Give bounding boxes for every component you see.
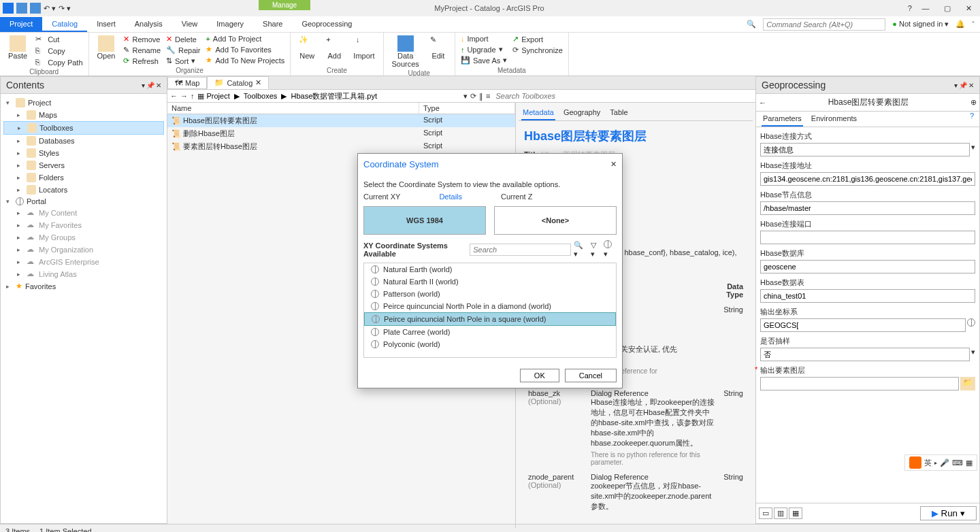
current-z-box[interactable]: <None>: [494, 206, 617, 235]
tree-item[interactable]: ▸Toolboxes: [3, 121, 164, 135]
browse-icon[interactable]: 📁: [960, 377, 975, 390]
sort-button[interactable]: ⇅Sort ▾: [165, 56, 201, 66]
cs-search[interactable]: [470, 244, 571, 256]
gp-input[interactable]: [760, 201, 975, 215]
close-button[interactable]: ✕: [961, 1, 977, 15]
open-icon[interactable]: [30, 3, 41, 14]
pin-icon[interactable]: 📌: [146, 82, 154, 89]
details-link[interactable]: Details: [439, 193, 462, 201]
new-button[interactable]: ✨New: [295, 34, 319, 61]
gp-input[interactable]: [760, 260, 975, 273]
save-icon[interactable]: [16, 3, 27, 14]
copy-path-button[interactable]: ⎘Copy Path: [34, 57, 84, 68]
tab-geoprocessing[interactable]: Geoprocessing: [292, 17, 361, 32]
meta-upgrade-button[interactable]: ↑Upgrade ▾: [459, 44, 508, 54]
current-xy-box[interactable]: WGS 1984: [363, 206, 486, 235]
meta-tab-geography[interactable]: Geography: [562, 105, 602, 120]
autohide-icon[interactable]: ▾: [954, 82, 958, 89]
breadcrumb[interactable]: [207, 92, 461, 100]
meta-saveas-button[interactable]: 💾Save As ▾: [459, 55, 508, 65]
undo-icon[interactable]: ↶ ▾: [44, 4, 56, 13]
cs-item[interactable]: Plate Carree (world): [364, 326, 616, 338]
tab-catalog[interactable]: Catalog: [42, 17, 87, 32]
close-tab-icon[interactable]: ✕: [255, 78, 261, 87]
maximize-button[interactable]: ▢: [939, 1, 956, 15]
catalog-row[interactable]: 📜 要素图层转Hbase图层Script: [167, 140, 515, 153]
meta-export-button[interactable]: ↗Export: [511, 34, 564, 44]
nav-back-icon[interactable]: ←: [170, 92, 178, 100]
help-icon[interactable]: ?: [908, 4, 912, 12]
tab-insert[interactable]: Insert: [87, 17, 125, 32]
catalog-row[interactable]: 📜 Hbase图层转要素图层Script: [167, 114, 515, 127]
catalog-row[interactable]: 📜 删除Hbase图层Script: [167, 127, 515, 140]
run-button[interactable]: ▶Run ▾: [920, 506, 977, 520]
tree-favorites[interactable]: ▸★Favorites: [3, 280, 164, 292]
gp-input[interactable]: [760, 289, 975, 303]
add-new-projects-button[interactable]: ★Add To New Projects: [204, 55, 286, 65]
view-icon-1[interactable]: ▭: [759, 508, 772, 519]
gp-input[interactable]: [760, 348, 970, 361]
copy-button[interactable]: ⎘Copy: [34, 46, 84, 56]
meta-sync-button[interactable]: ⟳Synchronize: [511, 45, 564, 55]
tree-item[interactable]: ▸☁My Content: [3, 207, 164, 219]
pin-icon[interactable]: 📌: [959, 82, 967, 89]
tree-item[interactable]: ▸☁ArcGIS Enterprise: [3, 256, 164, 268]
tab-analysis[interactable]: Analysis: [125, 17, 172, 32]
add-button[interactable]: +Add: [322, 34, 346, 61]
tree-item[interactable]: ▸☁My Groups: [3, 231, 164, 244]
tab-view[interactable]: View: [172, 17, 208, 32]
meta-tab-metadata[interactable]: Metadata: [521, 105, 555, 120]
view-tab-catalog[interactable]: 📁Catalog ✕: [207, 76, 269, 89]
tab-share[interactable]: Share: [253, 17, 292, 32]
minimize-button[interactable]: —: [917, 1, 934, 15]
add-favorites-button[interactable]: ★Add To Favorites: [204, 44, 286, 54]
col-header-name[interactable]: Name: [167, 103, 419, 114]
filter-icon[interactable]: ≡: [486, 92, 490, 100]
open-button[interactable]: Open: [93, 34, 120, 61]
tree-item[interactable]: ▸☁My Favorites: [3, 219, 164, 231]
tree-item[interactable]: ▸☁Living Atlas: [3, 268, 164, 280]
cs-item[interactable]: Peirce quincuncial North Pole in a diamo…: [364, 300, 616, 312]
cs-item[interactable]: Polyconic (world): [364, 338, 616, 350]
refresh-icon[interactable]: ⟳: [470, 92, 476, 101]
ime-kb-icon[interactable]: ⌨: [952, 459, 963, 467]
close-panel-icon[interactable]: ✕: [156, 82, 161, 89]
redo-icon[interactable]: ↷ ▾: [59, 4, 71, 13]
cs-list[interactable]: Natural Earth (world)Natural Earth II (w…: [363, 263, 617, 358]
gp-tab-parameters[interactable]: Parameters: [762, 112, 803, 127]
tree-item[interactable]: ▸☁My Organization: [3, 244, 164, 256]
col-header-type[interactable]: Type: [419, 103, 515, 114]
tree-item[interactable]: ▸Locators: [3, 184, 164, 196]
command-search[interactable]: [763, 18, 885, 31]
meta-tab-table[interactable]: Table: [608, 105, 629, 120]
collapse-ribbon-icon[interactable]: ˇ: [972, 20, 975, 29]
ime-badge[interactable]: 英▸ 🎤 ⌨ ▦: [904, 454, 977, 471]
tree-item[interactable]: ▸Folders: [3, 171, 164, 184]
filter-icon[interactable]: ▽ ▾: [591, 241, 601, 259]
dialog-close-icon[interactable]: ✕: [610, 160, 617, 169]
repair-button[interactable]: 🔧Repair: [165, 45, 201, 55]
close-panel-icon[interactable]: ✕: [968, 82, 974, 89]
tree-item[interactable]: ▸Databases: [3, 135, 164, 147]
nav-up-icon[interactable]: ↑: [191, 92, 195, 100]
gp-input[interactable]: [760, 172, 975, 186]
gp-input[interactable]: [760, 377, 959, 390]
gp-tab-environments[interactable]: Environments: [810, 112, 858, 127]
nav-forward-icon[interactable]: →: [180, 92, 188, 100]
delete-button[interactable]: ✕Delete: [165, 34, 201, 44]
cs-item[interactable]: Patterson (world): [364, 288, 616, 300]
tab-project[interactable]: Project: [0, 17, 42, 32]
gp-add-icon[interactable]: ⊕: [970, 98, 977, 107]
cs-item[interactable]: Natural Earth (world): [364, 263, 616, 276]
view-icon-2[interactable]: ▥: [774, 508, 787, 519]
add-to-project-button[interactable]: +Add To Project: [204, 34, 286, 44]
meta-import-button[interactable]: ↓Import: [459, 34, 508, 44]
cut-button[interactable]: ✂Cut: [34, 34, 84, 45]
cs-item[interactable]: Natural Earth II (world): [364, 276, 616, 288]
tree-item[interactable]: ▸Servers: [3, 159, 164, 171]
view-icon-3[interactable]: ▦: [789, 508, 802, 519]
view-tab-map[interactable]: 🗺Map: [167, 77, 207, 89]
cancel-button[interactable]: Cancel: [565, 369, 617, 382]
ime-grid-icon[interactable]: ▦: [966, 459, 973, 467]
remove-button[interactable]: ✕Remove: [122, 34, 162, 44]
